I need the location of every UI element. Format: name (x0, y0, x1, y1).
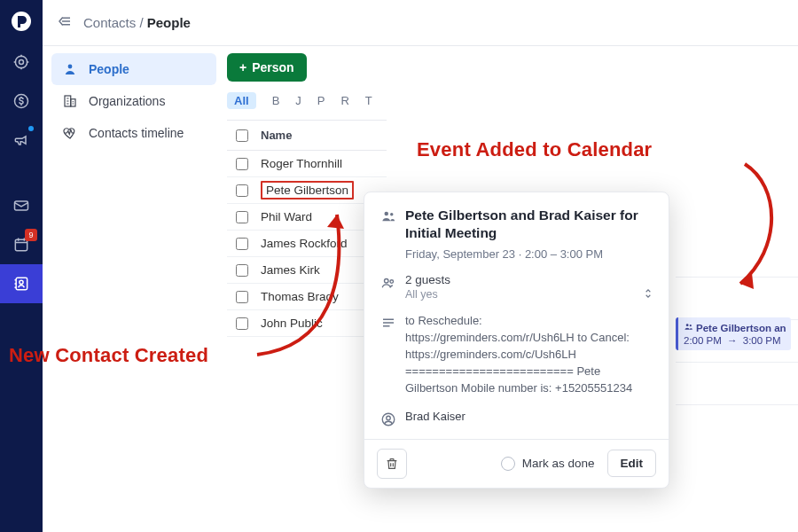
svg-point-15 (385, 279, 389, 284)
letter-filter-all[interactable]: All (227, 92, 256, 109)
svg-point-8 (68, 65, 73, 69)
rail-calendar-icon[interactable]: 9 (0, 225, 43, 264)
add-person-label: Person (252, 60, 293, 74)
popover-description: to Reschedule: https://greminders.com/r/… (405, 313, 653, 396)
contacts-sidenav: People Organizations Contacts timeline (51, 53, 216, 149)
expand-guests-icon[interactable] (642, 286, 654, 304)
sidenav-item-label: Contacts timeline (89, 126, 184, 140)
calendar-event-time-to: 3:00 PM (743, 335, 781, 346)
row-checkbox[interactable] (236, 264, 248, 277)
navigation-rail: 9 (0, 0, 43, 532)
calendar-gridline (676, 362, 798, 363)
breadcrumb-parent[interactable]: Contacts (83, 15, 136, 30)
breadcrumb: Contacts / People (83, 15, 191, 30)
edit-event-button[interactable]: Edit (607, 450, 657, 477)
notification-dot-icon (28, 126, 34, 131)
sidenav-item-label: People (89, 62, 129, 76)
people-icon (684, 322, 693, 333)
calendar-event-block[interactable]: Pete Gilbertson an 2:00 PM → 3:00 PM (676, 317, 791, 350)
popover-time: Friday, September 23 · 2:00 – 3:00 PM (405, 247, 653, 261)
rail-campaigns-icon[interactable] (0, 121, 43, 160)
rail-currency-icon[interactable] (0, 82, 43, 121)
svg-point-11 (686, 324, 689, 326)
svg-point-1 (15, 56, 27, 67)
sidenav-item-timeline[interactable]: Contacts timeline (51, 117, 216, 149)
rail-target-icon[interactable] (0, 43, 43, 82)
top-bar: Contacts / People (43, 0, 798, 46)
popover-guests-count: 2 guests (405, 273, 653, 286)
event-popover: Pete Gilbertson and Brad Kaiser for Init… (364, 192, 669, 489)
row-checkbox[interactable] (236, 291, 248, 303)
sidenav-item-organizations[interactable]: Organizations (51, 85, 216, 117)
annotation-new-contact: New Contact Created (9, 344, 208, 367)
popover-owner: Brad Kaiser (405, 410, 653, 430)
letter-filter: All B J P R T (227, 92, 798, 109)
table-row[interactable]: Roger Thornhill (227, 151, 387, 177)
letter-filter-p[interactable]: P (317, 94, 325, 107)
letter-filter-r[interactable]: R (340, 94, 348, 107)
calendar-badge: 9 (25, 229, 37, 241)
contact-name[interactable]: Pete Gilbertson (261, 181, 354, 200)
row-checkbox[interactable] (236, 317, 248, 330)
breadcrumb-current: People (147, 15, 191, 30)
annotation-event-added: Event Added to Calendar (417, 138, 652, 161)
people-icon (380, 207, 405, 261)
row-checkbox[interactable] (236, 158, 248, 170)
letter-filter-b[interactable]: B (272, 94, 280, 107)
svg-point-2 (20, 60, 24, 65)
heartbeat-icon (62, 125, 80, 141)
plus-icon: + (239, 60, 246, 74)
popover-title: Pete Gilbertson and Brad Kaiser for Init… (405, 207, 653, 242)
row-checkbox[interactable] (236, 211, 248, 223)
table-header: Name (227, 121, 387, 151)
sidenav-item-label: Organizations (89, 94, 165, 108)
person-icon (62, 61, 80, 77)
breadcrumb-separator: / (139, 15, 143, 30)
rail-contacts-icon[interactable] (0, 264, 43, 303)
row-checkbox[interactable] (236, 184, 248, 197)
collapse-sidebar-icon[interactable] (57, 13, 73, 32)
arrow-right-icon: → (727, 335, 738, 346)
svg-point-13 (385, 212, 389, 216)
svg-rect-5 (15, 239, 27, 251)
column-header-name[interactable]: Name (257, 129, 387, 142)
svg-point-12 (690, 325, 692, 326)
svg-point-14 (390, 213, 393, 215)
annotation-arrow-icon (248, 204, 364, 364)
owner-icon (380, 410, 405, 430)
row-checkbox[interactable] (236, 238, 248, 250)
contact-name[interactable]: Roger Thornhill (261, 157, 342, 170)
mark-as-done-toggle[interactable]: Mark as done (501, 457, 595, 471)
calendar-gridline (676, 404, 798, 405)
svg-rect-10 (71, 99, 75, 106)
description-icon (380, 313, 405, 396)
calendar-event-title: Pete Gilbertson an (696, 323, 786, 333)
sidenav-item-people[interactable]: People (51, 53, 216, 85)
annotation-arrow-icon (727, 160, 789, 310)
organization-icon (62, 93, 80, 109)
table-row[interactable]: Pete Gilbertson (227, 177, 387, 204)
svg-point-18 (387, 416, 391, 420)
rail-mail-icon[interactable] (0, 186, 43, 225)
radio-circle-icon (501, 457, 515, 471)
select-all-checkbox[interactable] (236, 129, 248, 142)
delete-event-button[interactable] (377, 449, 407, 479)
mark-as-done-label: Mark as done (522, 457, 595, 470)
svg-point-7 (20, 280, 23, 284)
guests-icon (380, 273, 405, 301)
svg-marker-20 (327, 215, 344, 229)
letter-filter-t[interactable]: T (365, 94, 372, 107)
svg-point-16 (390, 280, 394, 284)
add-person-button[interactable]: + Person (227, 53, 307, 82)
popover-footer: Mark as done Edit (364, 439, 669, 488)
letter-filter-j[interactable]: J (295, 94, 301, 107)
app-logo[interactable] (0, 0, 43, 43)
popover-guests-status: All yes (405, 288, 653, 301)
calendar-event-time-from: 2:00 PM (684, 335, 722, 346)
